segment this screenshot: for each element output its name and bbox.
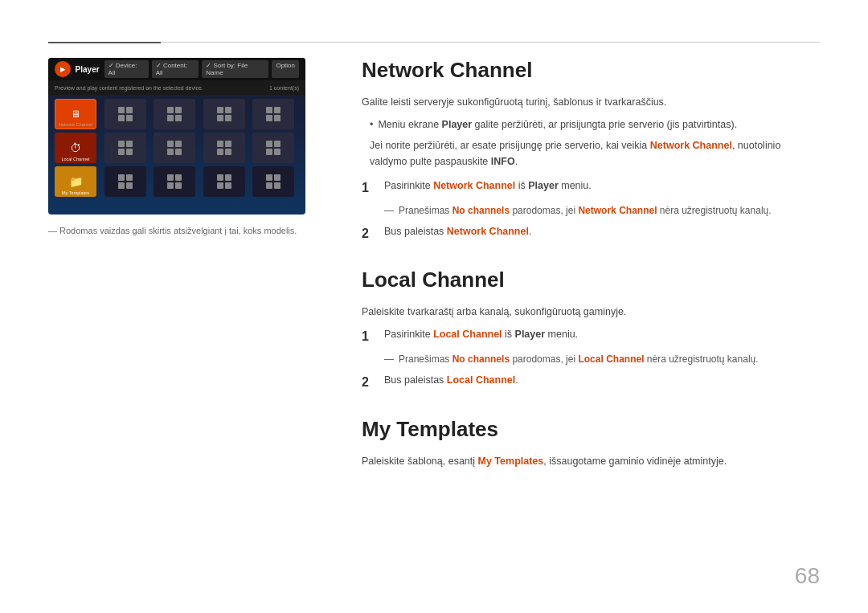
grid-cell-2b [104,133,146,163]
left-panel: ▶ Player ✓ Device: All ✓ Content: All ✓ … [48,58,354,235]
info-bold: INFO [491,156,515,167]
local-channel-desc: Paleiskite tvarkaraštį arba kanalą, suko… [362,304,820,320]
player-grid: 🖥 Network Channel ⏱ Local [48,95,305,201]
grid-cell-2e [252,133,294,163]
network-subnote1: Pranešimas No channels parodomas, jei Ne… [384,203,820,219]
dropdown-content: ✓ Content: All [152,60,199,78]
local-label: Local Channel [55,157,96,161]
network-icon: 🖥 [71,108,80,120]
top-accent-line [48,42,161,43]
grid-cell-3b [104,166,146,197]
my-templates-desc: Paleiskite šabloną, esantį My Templates,… [362,453,820,469]
grid-cell-3e [252,166,294,197]
player-screenshot: ▶ Player ✓ Device: All ✓ Content: All ✓ … [48,58,305,215]
local-step2-content: Bus paleistas Local Channel. [384,372,820,393]
templates-label: My Templates [55,190,96,195]
local-channel-orange1: Local Channel [433,329,502,340]
network-bullet1: Meniu ekrane Player galite peržiūrėti, a… [362,116,820,133]
dropdown-option: Option [272,60,299,78]
player-toolbar: Preview and play content registered on t… [48,80,305,95]
step1-number: 1 [362,178,373,198]
local-subnote1-text: Pranešimas No channels parodomas, jei Lo… [399,352,759,367]
dropdown-device: ✓ Device: All [104,60,149,78]
network-step2: 2 Bus paleistas Network Channel. [362,223,820,244]
toolbar-count: 1 content(s) [269,85,299,91]
grid-cell-3d [203,166,245,197]
local-step1-content: Pasirinkite Local Channel iš Player meni… [384,326,820,347]
grid-cell-1b [104,99,146,129]
network-channel-orange1: Network Channel [578,205,657,216]
local-channel-title: Local Channel [362,268,820,292]
step2-number: 2 [362,223,373,244]
local-step2: 2 Bus paleistas Local Channel. [362,372,820,393]
no-channels-orange1: No channels [452,205,510,216]
local-channel-orange3: Local Channel [447,374,515,386]
grid-cell-templates: 📁 My Templates [55,166,96,197]
grid-cell-1d [203,99,245,129]
step1-player-bold: Player [528,180,559,191]
local-channel-orange2: Local Channel [578,353,644,365]
right-panel: Network Channel Galite leisti serveryje … [362,58,820,493]
no-channels-orange2: No channels [452,353,510,365]
local-step1: 1 Pasirinkite Local Channel iš Player me… [362,326,820,347]
network-channel-desc: Galite leisti serveryje sukonfigūruotą t… [362,94,820,110]
player-logo: ▶ [55,61,71,77]
grid-cell-2c [154,133,195,163]
section-network-channel: Network Channel Galite leisti serveryje … [362,58,820,243]
my-templates-orange: My Templates [478,456,544,467]
grid-cell-local: ⏱ Local Channel [55,133,96,163]
step2-content: Bus paleistas Network Channel. [384,223,820,244]
grid-cell-1c [154,99,195,129]
bullet1-text: Meniu ekrane Player galite peržiūrėti, a… [378,116,737,133]
grid-cell-network: 🖥 Network Channel [55,99,96,129]
local-player-bold: Player [515,329,546,340]
network-channel-title: Network Channel [362,58,820,83]
my-templates-title: My Templates [362,417,820,442]
dropdown-sort: ✓ Sort by: File Name [202,60,268,78]
network-label: Network Channel [55,122,96,127]
local-step1-number: 1 [362,326,373,347]
page-number: 68 [795,563,820,589]
step1-content: Pasirinkite Network Channel iš Player me… [384,178,820,198]
info-line: Jei norite peržiūrėti, ar esate prisijun… [370,137,820,170]
grid-cell-2d [203,133,245,163]
network-step1: 1 Pasirinkite Network Channel iš Player … [362,178,820,198]
grid-cell-3c [154,166,195,197]
screenshot-note: Rodomas vaizdas gali skirtis atsižvelgia… [48,226,354,235]
player-bold: Player [442,119,473,130]
step1-network-orange: Network Channel [433,180,515,191]
step2-network-orange: Network Channel [447,226,529,237]
player-dropdowns: ✓ Device: All ✓ Content: All ✓ Sort by: … [104,60,299,78]
local-subnote1: Pranešimas No channels parodomas, jei Lo… [384,352,820,367]
player-top-bar: ▶ Player ✓ Device: All ✓ Content: All ✓ … [48,58,305,80]
local-step2-number: 2 [362,372,373,393]
info-orange-network: Network Channel [650,140,732,151]
grid-cell-1e [252,99,294,129]
player-label: Player [76,65,100,74]
section-local-channel: Local Channel Paleiskite tvarkaraštį arb… [362,268,820,392]
top-divider-line [48,42,820,43]
toolbar-text: Preview and play content registered on t… [55,85,203,91]
section-my-templates: My Templates Paleiskite šabloną, esantį … [362,417,820,469]
subnote1-text: Pranešimas No channels parodomas, jei Ne… [399,203,772,219]
